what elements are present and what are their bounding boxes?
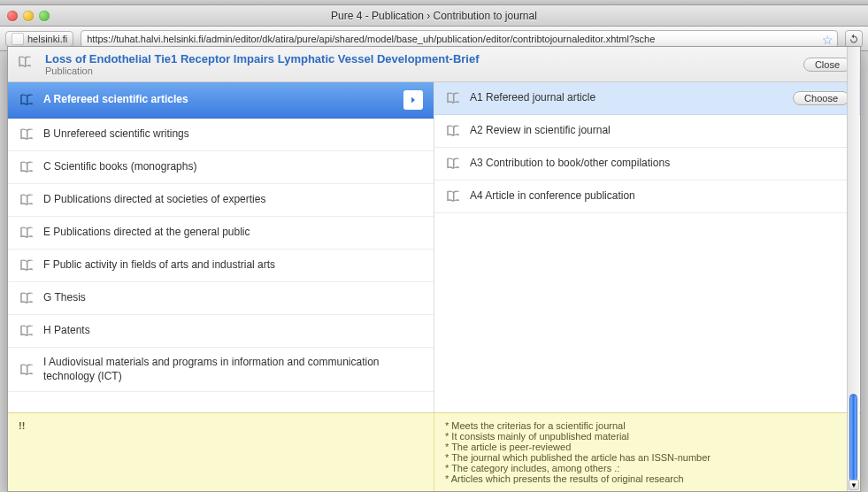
left-category-label: G Thesis <box>43 291 423 305</box>
book-icon <box>445 188 461 204</box>
book-icon <box>19 159 35 175</box>
help-line: The article is peer-reviewed <box>445 442 849 452</box>
book-icon <box>19 258 35 273</box>
left-category-label: A Refereed scientific articles <box>43 93 395 107</box>
reload-icon <box>849 34 859 44</box>
help-description: Meets the criterias for a scientific jou… <box>434 413 860 491</box>
right-category-item[interactable]: A3 Contribution to book/other compilatio… <box>434 148 860 181</box>
book-icon <box>19 192 35 208</box>
chevron-right-icon <box>403 90 423 110</box>
left-category-item[interactable]: H Patents <box>8 315 434 348</box>
left-category-item[interactable]: I Audiovisual materials and programs in … <box>8 348 434 392</box>
help-strip: !! Meets the criterias for a scientific … <box>8 412 860 491</box>
help-line: Meets the criterias for a scientific jou… <box>445 420 849 431</box>
scrollbar-thumb[interactable] <box>849 394 857 482</box>
book-icon <box>445 156 461 172</box>
left-category-item[interactable]: E Publications directed at the general p… <box>8 217 434 250</box>
left-category-label: C Scientific books (monographs) <box>43 160 423 174</box>
dialog-title: Loss of Endothelial Tie1 Receptor Impair… <box>45 52 803 65</box>
left-category-item[interactable]: C Scientific books (monographs) <box>8 151 434 184</box>
dialog-subtitle: Publication <box>45 65 803 76</box>
choose-button[interactable]: Choose <box>793 91 849 105</box>
left-category-list: A Refereed scientific articlesB Unrefere… <box>8 82 434 412</box>
right-category-label: A1 Refereed journal article <box>470 91 784 105</box>
window-title: Pure 4 - Publication › Contribution to j… <box>0 10 868 22</box>
book-icon <box>445 90 461 106</box>
help-line: The category includes, among others .: <box>445 463 849 473</box>
left-category-label: E Publications directed at the general p… <box>43 226 423 240</box>
close-button[interactable]: Close <box>803 58 851 72</box>
left-category-label: D Publications directed at societies of … <box>43 193 423 207</box>
left-category-label: F Public activity in fields of arts and … <box>43 258 423 273</box>
book-icon <box>19 225 35 241</box>
left-category-label: H Patents <box>43 324 423 338</box>
help-line: Articles which presents the results of o… <box>445 473 849 484</box>
category-columns: A Refereed scientific articlesB Unrefere… <box>8 82 860 412</box>
site-label: helsinki.fi <box>27 34 67 44</box>
right-category-item[interactable]: A1 Refereed journal articleChoose <box>434 82 860 115</box>
dialog-scrollbar[interactable]: ▼ <box>847 47 859 491</box>
book-icon <box>445 123 461 139</box>
book-icon <box>19 127 35 142</box>
scrollbar-down-arrow[interactable]: ▼ <box>849 480 859 490</box>
site-favicon <box>12 33 24 45</box>
publication-icon <box>17 54 38 75</box>
right-category-item[interactable]: A4 Article in conference publication <box>434 181 860 213</box>
left-category-label: I Audiovisual materials and programs in … <box>43 356 423 383</box>
help-left-marker: !! <box>8 413 434 491</box>
left-category-item[interactable]: D Publications directed at societies of … <box>8 184 434 217</box>
right-category-label: A3 Contribution to book/other compilatio… <box>470 157 849 171</box>
bookmark-star-icon[interactable]: ☆ <box>822 33 833 47</box>
left-category-item[interactable]: A Refereed scientific articles <box>8 82 434 119</box>
left-category-item[interactable]: G Thesis <box>8 282 434 315</box>
book-icon <box>19 290 35 306</box>
right-category-item[interactable]: A2 Review in scientific journal <box>434 115 860 148</box>
address-bar[interactable]: https://tuhat.halvi.helsinki.fi/admin/ed… <box>81 30 838 48</box>
address-bar-text: https://tuhat.halvi.helsinki.fi/admin/ed… <box>87 34 655 44</box>
book-icon <box>19 323 35 339</box>
editor-dialog: Loss of Endothelial Tie1 Receptor Impair… <box>7 46 861 492</box>
reload-button[interactable] <box>845 30 863 48</box>
help-line: The journal which published the article … <box>445 452 849 463</box>
right-category-list: A1 Refereed journal articleChooseA2 Revi… <box>434 82 860 412</box>
book-icon <box>19 362 35 378</box>
help-line: It consists mainly of unpublished materi… <box>445 431 849 442</box>
left-category-label: B Unrefereed scientific writings <box>43 127 423 142</box>
book-icon <box>19 92 35 108</box>
window-titlebar: Pure 4 - Publication › Contribution to j… <box>0 5 868 27</box>
right-category-label: A2 Review in scientific journal <box>470 124 849 138</box>
dialog-header: Loss of Endothelial Tie1 Receptor Impair… <box>8 47 860 82</box>
left-category-item[interactable]: B Unrefereed scientific writings <box>8 119 434 151</box>
right-category-label: A4 Article in conference publication <box>470 189 849 204</box>
site-identity-button[interactable]: helsinki.fi <box>5 31 73 47</box>
left-category-item[interactable]: F Public activity in fields of arts and … <box>8 250 434 282</box>
